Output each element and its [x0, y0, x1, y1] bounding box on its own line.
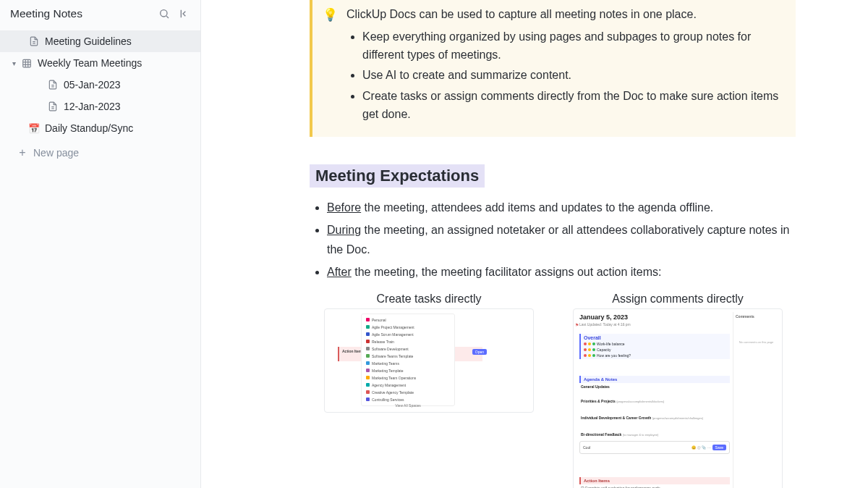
space-item: Marketing Team Operations	[365, 374, 451, 382]
sb-save-btn: Save	[712, 445, 726, 450]
sb-sec2-hint: (progress/accomplishments/challenges)	[652, 416, 703, 420]
sidebar-item-05-jan-2023[interactable]: 05-Jan-2023	[0, 74, 200, 96]
doc-icon	[46, 80, 59, 90]
space-item: Agency Management	[365, 382, 451, 389]
sb-actionitems-title: Action Items	[579, 477, 730, 484]
callout-bullet: Use AI to create and summarize content.	[362, 67, 783, 85]
sb-sec1-hint: (progress/accomplishments/blockers)	[616, 400, 664, 403]
callout-main-text: ClickUp Docs can be used to capture all …	[346, 6, 783, 24]
sb-sec2-title: Individual Development & Career Growth	[581, 416, 651, 420]
expectation-item: After the meeting, the meeting facilitat…	[327, 262, 796, 282]
space-item: Marketing Template	[365, 367, 451, 374]
sb-agenda-title: Agenda & Notes	[579, 376, 730, 383]
sidebar-title: Meeting Notes	[10, 7, 82, 20]
sa-open-btn: Open	[472, 349, 487, 355]
sb-sec1-title: Priorities & Projects	[581, 399, 616, 403]
sidebar-item-label: 05-Jan-2023	[64, 79, 192, 91]
space-item: Release Train	[365, 338, 451, 345]
sb-subtitle: Last Updated: Today at 4:16 pm	[579, 322, 631, 327]
expectation-item: During the meeting, an assigned notetake…	[327, 220, 796, 259]
space-item: Creative Agency Template	[365, 389, 451, 396]
screenshot-create-tasks: Action Items Open PersonalAgile Project …	[324, 308, 534, 413]
calendar-emoji-icon: 📅	[27, 123, 41, 134]
space-item: Software Development	[365, 345, 451, 353]
sb-comments-empty: No comments on this page	[736, 340, 777, 344]
new-page-label: New page	[33, 147, 79, 159]
lightbulb-icon: 💡	[323, 7, 338, 127]
section-heading: Meeting Expectations	[310, 164, 485, 188]
sb-sec3-title: Bi-directional Feedback	[581, 432, 621, 437]
sb-overall-title: Overall	[584, 335, 727, 340]
svg-line-1	[166, 16, 169, 18]
expectation-item: Before the meeting, attendees add items …	[327, 198, 796, 217]
new-page-button[interactable]: + New page	[0, 142, 200, 164]
screenshot-assign-comments: January 5, 2023 ⚑ Last Updated: Today at…	[573, 308, 783, 488]
document-body: 💡 ClickUp Docs can be used to capture al…	[201, 0, 868, 488]
chevron-down-icon[interactable]: ▾	[9, 59, 19, 67]
screenshot-b-caption: Assign comments directly	[612, 293, 743, 306]
sidebar-header: Meeting Notes	[0, 0, 200, 28]
space-item: Software Teams Template	[365, 353, 451, 360]
space-item: Agile Project Management	[365, 324, 451, 331]
sa-footer: View All Spaces	[361, 403, 455, 408]
sb-agenda-sub: General Updates	[581, 384, 610, 389]
screenshots-row: Create tasks directly Action Items Open …	[324, 293, 796, 488]
sb-action-row: Complete self-evaluation for performance…	[584, 486, 660, 488]
sidebar-item-label: Meeting Guidelines	[45, 35, 192, 47]
callout-bullet: Create tasks or assign comments directly…	[362, 88, 783, 124]
overall-row: How are you feeling?	[584, 353, 727, 358]
plus-icon: +	[16, 147, 29, 159]
sb-comment-input-text: Cool	[583, 445, 590, 450]
overall-row: Work-life balance	[584, 342, 727, 346]
collapse-sidebar-icon[interactable]	[179, 8, 190, 20]
screenshot-a-caption: Create tasks directly	[377, 293, 482, 306]
space-item: Marketing Teams	[365, 360, 451, 367]
doc-icon	[27, 36, 41, 46]
doc-icon	[46, 101, 59, 112]
sidebar: Meeting Notes Meeting Guidelines▾Weekly …	[0, 0, 201, 488]
callout-bullet: Keep everything organized by using pages…	[362, 28, 783, 64]
sidebar-item-label: 12-Jan-2023	[64, 101, 192, 112]
sb-title: January 5, 2023	[579, 314, 628, 321]
sidebar-item-12-jan-2023[interactable]: 12-Jan-2023	[0, 96, 200, 117]
callout-block: 💡 ClickUp Docs can be used to capture al…	[310, 0, 796, 137]
space-item: Personal	[365, 316, 451, 324]
space-item: Controlling Services	[365, 396, 451, 403]
svg-point-0	[161, 10, 167, 17]
space-item: Agile Scrum Management	[365, 331, 451, 338]
sidebar-item-meeting-guidelines[interactable]: Meeting Guidelines	[0, 30, 200, 52]
search-icon[interactable]	[158, 8, 170, 20]
calendar-grid-icon	[20, 58, 33, 68]
flag-icon: ⚑	[575, 322, 579, 327]
sidebar-item-label: Daily Standup/Sync	[45, 122, 192, 134]
sb-comments-title: Comments	[736, 314, 777, 319]
sidebar-tree: Meeting Guidelines▾Weekly Team Meetings0…	[0, 28, 200, 142]
overall-row: Capacity	[584, 348, 727, 352]
sb-sec3-hint: (to manager & to employee)	[623, 433, 659, 437]
sidebar-item-label: Weekly Team Meetings	[38, 57, 192, 69]
sidebar-item-weekly-team-meetings[interactable]: ▾Weekly Team Meetings	[0, 52, 200, 74]
svg-rect-5	[23, 59, 31, 67]
sidebar-item-daily-standup-sync[interactable]: 📅Daily Standup/Sync	[0, 117, 200, 139]
